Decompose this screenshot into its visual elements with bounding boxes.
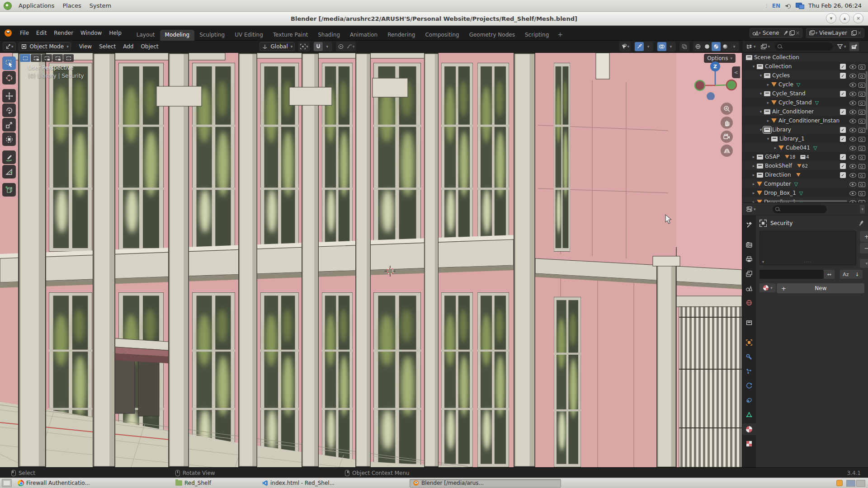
outliner-row[interactable]: ▾ Cycles ✓ [742, 71, 868, 80]
blender-logo-icon[interactable] [4, 28, 13, 38]
workspace-tab-geometry-nodes[interactable]: Geometry Nodes [464, 30, 520, 41]
disable-render-toggle[interactable] [857, 154, 867, 160]
props-tab-world[interactable] [742, 297, 756, 309]
help-menu[interactable]: Help [105, 30, 125, 36]
hide-eye-toggle[interactable] [848, 190, 857, 196]
tool-transform[interactable] [2, 132, 16, 146]
proportional-editing-button[interactable] [336, 42, 345, 51]
outliner-vertical-scrollbar[interactable] [866, 71, 868, 130]
hide-eye-toggle[interactable] [848, 172, 857, 178]
props-tab-output[interactable] [742, 253, 756, 265]
tool-measure[interactable] [2, 165, 16, 178]
disable-render-toggle[interactable] [857, 181, 867, 187]
render-menu[interactable]: Render [50, 30, 77, 36]
workspace-tab-texture-paint[interactable]: Texture Paint [268, 30, 313, 41]
disable-render-toggle[interactable] [857, 136, 867, 142]
outliner-filter-button[interactable]: ▾ [835, 42, 848, 51]
disable-render-toggle[interactable] [857, 199, 867, 203]
browse-material-button[interactable]: ▾ [760, 283, 776, 292]
shade-window-button[interactable]: ▾ [826, 13, 836, 23]
expand-arrow-icon[interactable]: ▾ [750, 64, 757, 69]
network-icon[interactable] [796, 3, 804, 9]
taskbar-item-vscode[interactable]: index.html - Red_Shel... [259, 479, 408, 488]
shading-settings-button[interactable]: ▾ [730, 42, 739, 51]
distro-logo-icon[interactable] [4, 2, 12, 10]
slots-expand-icon[interactable]: ▾ [762, 260, 764, 264]
outliner-row[interactable]: ▸ Air_Conditioner_Instan [742, 116, 868, 125]
select-intersect-button[interactable] [63, 54, 74, 62]
properties-search-input[interactable] [773, 205, 827, 213]
outliner-row[interactable]: ▸ Computer ▽ [742, 179, 868, 188]
disable-render-toggle[interactable] [857, 73, 867, 79]
disable-render-toggle[interactable] [857, 91, 867, 97]
select-extend-button[interactable] [31, 54, 41, 62]
expand-arrow-icon[interactable]: ▾ [758, 91, 764, 96]
tool-annotate[interactable] [2, 150, 16, 164]
hide-eye-toggle[interactable] [848, 99, 857, 106]
sort-alphabetical-button[interactable]: Az [840, 270, 852, 279]
workspace-tab-shading[interactable]: Shading [313, 30, 345, 41]
expand-arrow-icon[interactable]: ▸ [765, 118, 771, 123]
expand-arrow-icon[interactable]: ▾ [765, 136, 771, 141]
exclude-checkbox[interactable]: ✓ [838, 127, 848, 133]
snap-settings-button[interactable]: ▾ [323, 42, 332, 51]
add-menu[interactable]: Add [119, 43, 137, 50]
tool-cursor[interactable] [2, 71, 16, 84]
hide-eye-toggle[interactable] [848, 72, 857, 79]
view-menu[interactable]: View [75, 43, 95, 50]
expand-arrow-icon[interactable]: ▸ [765, 82, 771, 87]
workspace-pager[interactable] [846, 480, 865, 487]
scene-selector[interactable]: ▾ Scene × [750, 28, 802, 38]
outliner-row[interactable]: ▸ Cycle_Stand ▽ [742, 98, 868, 107]
props-tab-tool[interactable] [742, 219, 756, 231]
keyboard-layout-indicator[interactable]: EN [772, 3, 780, 9]
props-tab-object-data[interactable] [742, 409, 756, 421]
tool-scale[interactable] [2, 118, 16, 131]
tool-move[interactable] [2, 89, 16, 103]
shading-rendered-button[interactable] [721, 42, 730, 51]
3d-scene[interactable] [0, 53, 742, 467]
maximize-window-button[interactable]: ▴ [840, 13, 850, 23]
remove-viewlayer-icon[interactable]: × [857, 30, 862, 36]
object-menu[interactable]: Object [137, 43, 162, 50]
outliner-row[interactable]: ▸ Cycle ▽ [742, 80, 868, 89]
disable-render-toggle[interactable] [857, 145, 867, 151]
applications-menu[interactable]: Applications [14, 0, 58, 11]
props-tab-material[interactable] [742, 423, 756, 435]
disable-render-toggle[interactable] [857, 127, 867, 133]
taskbar-item-folder[interactable]: Red_Shelf [172, 479, 251, 488]
remove-material-slot-button[interactable]: − [860, 243, 868, 253]
workspace-tab-uv-editing[interactable]: UV Editing [230, 30, 268, 41]
shading-solid-button[interactable] [703, 42, 712, 51]
hide-eye-toggle[interactable] [848, 199, 857, 202]
clock[interactable]: Thu Feb 26, 06:24 [808, 2, 862, 9]
workspace-tab-modeling[interactable]: Modeling [160, 30, 195, 41]
pin-id-icon[interactable] [857, 219, 865, 227]
hide-eye-toggle[interactable] [848, 108, 857, 115]
taskbar-item-firewall[interactable]: Firewall Authenticatio... [14, 479, 170, 488]
select-subtract-button[interactable] [42, 54, 52, 62]
scene-name[interactable]: Scene [763, 30, 779, 36]
workspace-tab-compositing[interactable]: Compositing [420, 30, 464, 41]
resize-grip[interactable]: ···· [804, 259, 812, 265]
tool-select-box[interactable] [2, 56, 16, 70]
hide-eye-toggle[interactable] [848, 154, 857, 160]
edit-menu[interactable]: Edit [33, 30, 50, 36]
new-viewlayer-icon[interactable] [851, 30, 857, 36]
props-tab-render[interactable] [742, 239, 756, 251]
window-menu[interactable]: Window [77, 30, 105, 36]
transform-orientation-dropdown[interactable]: Global ▾ [259, 42, 295, 51]
navigation-gizmo[interactable]: Z [692, 58, 737, 100]
props-tab-scene[interactable] [742, 282, 756, 294]
outliner-row[interactable]: ▸ GSAP 18 4 ✓ [742, 152, 868, 161]
disable-render-toggle[interactable] [857, 190, 867, 196]
disable-render-toggle[interactable] [857, 118, 867, 124]
pivot-point-button[interactable]: ▾ [299, 42, 309, 51]
material-slots-list[interactable]: ▾ ···· [760, 231, 856, 265]
show-gizmo-button[interactable] [635, 42, 644, 51]
expand-arrow-icon[interactable]: ▾ [758, 73, 764, 78]
material-specials-button[interactable]: ▾ [860, 259, 868, 268]
outliner-row[interactable]: ▸ Directiion ✓ [742, 170, 868, 179]
viewlayer-selector[interactable]: ▾ ViewLayer × [806, 28, 864, 38]
exclude-checkbox[interactable]: ✓ [838, 73, 848, 79]
